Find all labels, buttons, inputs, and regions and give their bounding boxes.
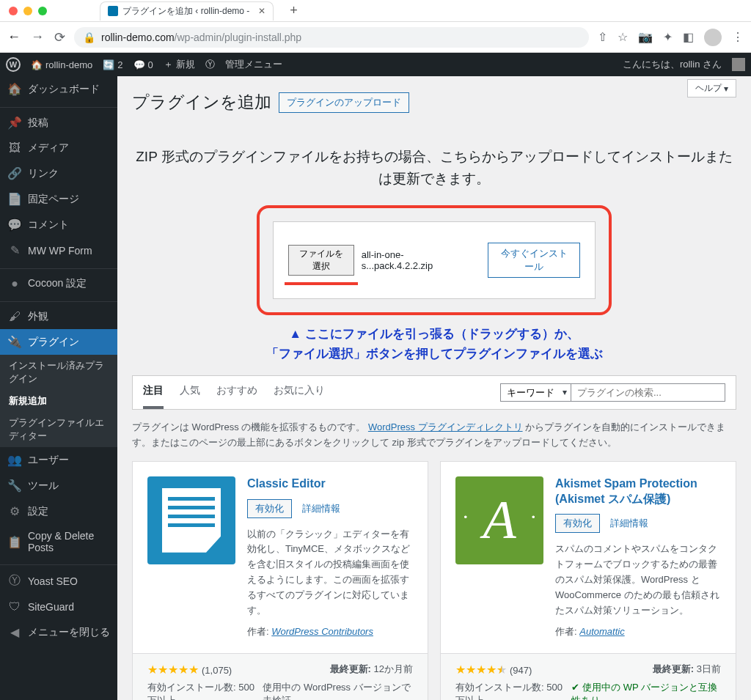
menu-dashboard[interactable]: 🏠ダッシュボード	[0, 76, 117, 102]
minimize-window-button[interactable]	[23, 7, 32, 15]
page-title: プラグインを追加	[132, 91, 271, 114]
yoast-adminbar-icon[interactable]: Ⓨ	[205, 58, 215, 71]
url-path: /wp-admin/plugin-install.php	[175, 32, 302, 43]
search-type-select[interactable]: キーワード	[500, 383, 571, 402]
plugin-directory-link[interactable]: WordPress プラグインディレクトリ	[368, 421, 523, 432]
menu-posts[interactable]: 📌投稿	[0, 110, 117, 136]
activate-button[interactable]: 有効化	[555, 514, 600, 533]
star-rating: ★★★★★	[455, 663, 507, 676]
forward-button[interactable]: →	[31, 29, 44, 45]
menu-settings[interactable]: ⚙設定	[0, 498, 117, 524]
plugin-author: 作者: WordPress Contributors	[247, 625, 413, 638]
link-icon: 🔗	[7, 166, 22, 180]
media-icon: 🖼	[7, 141, 22, 155]
activate-button[interactable]: 有効化	[247, 499, 292, 518]
tab-title: プラグインを追加 ‹ rollin-demo -	[122, 5, 249, 18]
site-name-link[interactable]: 🏠 rollin-demo	[31, 59, 92, 70]
annotation-text: ▲ ここにファイルを引っ張る（ドラッグする）か、 「ファイル選択」ボタンを押して…	[132, 324, 736, 364]
details-link[interactable]: 詳細情報	[610, 517, 648, 530]
compat-status: 使用中の WP バージョンと互換性あり	[571, 681, 721, 700]
selected-filename: all-in-one-s...pack.4.2.2.zip	[362, 249, 459, 271]
rating-count: (1,075)	[202, 665, 232, 676]
author-link[interactable]: Automattic	[579, 626, 624, 637]
menu-copy-delete[interactable]: 📋Copy & Delete Posts	[0, 524, 117, 559]
bookmark-icon[interactable]: ☆	[618, 30, 628, 44]
browser-tab[interactable]: プラグインを追加 ‹ rollin-demo - ✕	[100, 1, 274, 21]
install-now-button[interactable]: 今すぐインストール	[488, 243, 580, 278]
share-icon[interactable]: ⇧	[598, 30, 607, 44]
page-icon: 📄	[7, 192, 22, 206]
menu-appearance[interactable]: 🖌外観	[0, 304, 117, 329]
menu-mwwpform[interactable]: ✎MW WP Form	[0, 237, 117, 263]
submenu-installed-plugins[interactable]: インストール済みプラグイン	[0, 355, 117, 390]
collapse-icon: ◀	[7, 625, 22, 639]
filter-bar: 注目 人気 おすすめ お気に入り キーワード	[132, 375, 736, 410]
plugin-card: A Akismet Spam Protection (Akismet スパム保護…	[440, 461, 736, 700]
menu-cocoon[interactable]: ●Cocoon 設定	[0, 271, 117, 296]
profile-avatar[interactable]	[704, 29, 722, 46]
plugin-icon-classic-editor	[147, 476, 235, 564]
tab-favorites[interactable]: お気に入り	[274, 384, 325, 408]
tab-featured[interactable]: 注目	[143, 384, 164, 409]
plugin-description: スパムのコメントやスパムをコンタクトフォームでブロックするための最善のスパム対策…	[555, 542, 721, 618]
settings-icon: ⚙	[7, 504, 22, 518]
user-avatar[interactable]	[732, 58, 745, 71]
address-bar[interactable]: 🔒 rollin-demo.com/wp-admin/plugin-instal…	[74, 27, 589, 48]
browser-toolbar: ← → ⟳ 🔒 rollin-demo.com/wp-admin/plugin-…	[0, 22, 751, 53]
shield-icon: 🛡	[7, 600, 22, 614]
mac-titlebar: プラグインを追加 ‹ rollin-demo - ✕ +	[0, 0, 751, 22]
tab-popular[interactable]: 人気	[180, 384, 200, 408]
menu-media[interactable]: 🖼メディア	[0, 136, 117, 161]
new-content-link[interactable]: ＋ 新規	[164, 58, 195, 71]
wp-logo-icon[interactable]: W	[6, 57, 21, 72]
menu-yoast[interactable]: ⓎYoast SEO	[0, 567, 117, 594]
menu-tools[interactable]: 🔧ツール	[0, 473, 117, 498]
camera-icon[interactable]: 📷	[638, 30, 653, 44]
menu-plugins[interactable]: 🔌プラグイン	[0, 329, 117, 355]
close-tab-icon[interactable]: ✕	[258, 6, 265, 16]
menu-users[interactable]: 👥ユーザー	[0, 447, 117, 473]
menu-icon[interactable]: ⋮	[732, 30, 744, 44]
greeting-text[interactable]: こんにちは、rollin さん	[623, 58, 722, 71]
menu-siteguard[interactable]: 🛡SiteGuard	[0, 594, 117, 619]
reload-button[interactable]: ⟳	[54, 29, 65, 45]
users-icon: 👥	[7, 453, 22, 467]
submenu-add-new[interactable]: 新規追加	[0, 390, 117, 412]
choose-file-button[interactable]: ファイルを選択	[288, 245, 354, 276]
upload-form: ファイルを選択 all-in-one-s...pack.4.2.2.zip 今す…	[273, 221, 596, 299]
plugin-name-link[interactable]: Classic Editor	[247, 476, 413, 492]
menu-links[interactable]: 🔗リンク	[0, 161, 117, 186]
extensions-icon[interactable]: ✦	[663, 30, 673, 44]
back-button[interactable]: ←	[7, 29, 21, 45]
upload-plugin-button[interactable]: プラグインのアップロード	[279, 92, 409, 113]
upload-instructions: ZIP 形式のプラグインファイルをお持ちの場合、こちらからアップロードしてインス…	[132, 146, 736, 191]
tab-recommended[interactable]: おすすめ	[216, 384, 257, 408]
search-input[interactable]	[571, 383, 725, 402]
compat-status: 使用中の WordPress バージョンで未検証	[263, 681, 413, 700]
maximize-window-button[interactable]	[38, 7, 47, 15]
plugin-description: 以前の「クラシック」エディターを有効化し、TinyMCE、メタボックスなどを含む…	[247, 527, 413, 619]
help-tab[interactable]: ヘルプ ▾	[687, 79, 736, 97]
favicon-icon	[108, 6, 118, 16]
new-tab-button[interactable]: +	[290, 3, 298, 18]
menu-collapse[interactable]: ◀メニューを閉じる	[0, 619, 117, 645]
menu-pages[interactable]: 📄固定ページ	[0, 186, 117, 212]
updates-link[interactable]: 🔄 2	[103, 59, 122, 70]
rating-count: (947)	[510, 665, 532, 676]
author-link[interactable]: WordPress Contributors	[271, 626, 373, 637]
details-link[interactable]: 詳細情報	[302, 502, 340, 515]
submenu-plugin-editor[interactable]: プラグインファイルエディター	[0, 412, 117, 447]
yoast-icon: Ⓨ	[7, 573, 22, 589]
plugin-icon-akismet: A	[455, 476, 543, 564]
upload-highlight-box: ファイルを選択 all-in-one-s...pack.4.2.2.zip 今す…	[257, 205, 612, 315]
url-host: rollin-demo.com	[101, 32, 175, 43]
lock-icon: 🔒	[83, 32, 95, 43]
admin-menu-link[interactable]: 管理メニュー	[225, 58, 282, 71]
plugin-name-link[interactable]: Akismet Spam Protection (Akismet スパム保護)	[555, 476, 721, 507]
plugin-icon: 🔌	[7, 335, 22, 349]
close-window-button[interactable]	[9, 7, 18, 15]
copy-icon: 📋	[7, 535, 22, 549]
comments-link[interactable]: 💬 0	[133, 59, 153, 70]
menu-comments[interactable]: 💬コメント	[0, 212, 117, 237]
panel-icon[interactable]: ◧	[683, 30, 694, 44]
